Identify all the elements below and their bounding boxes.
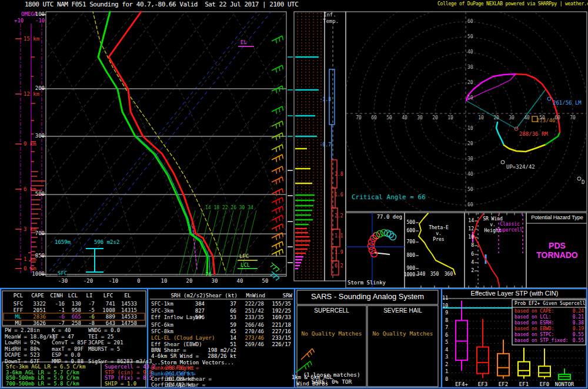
lfc-label: LFC bbox=[239, 254, 249, 259]
thermo-cell: 889 bbox=[91, 314, 115, 320]
theta-e-ytick: 500 bbox=[401, 220, 415, 225]
stp-ytick: 8 bbox=[440, 318, 448, 323]
sars-title: SARS - Sounding Analog System bbox=[297, 293, 438, 300]
stp-ytick: 6 bbox=[440, 333, 448, 338]
stp-prob-value: 0.38 bbox=[572, 321, 584, 326]
kinematic-srw: 192/25 bbox=[265, 308, 291, 314]
stp-ytick: 9 bbox=[440, 311, 448, 316]
hodo-tick: 10 bbox=[476, 116, 486, 120]
storm-slinky-label: Storm Slinky bbox=[348, 280, 386, 286]
inf-temp-value: 2.8 bbox=[335, 172, 343, 177]
kinematic-mnwind: 251/42 bbox=[238, 308, 264, 314]
corfidi-upshear-marker-label: UP=324/42 bbox=[506, 165, 535, 170]
kinematic-srw: 233/15 bbox=[265, 336, 291, 341]
index-readout: 3CAPE = 201 bbox=[88, 340, 123, 346]
kinematic-mnwind: 233/35 bbox=[238, 315, 264, 320]
inf-temp-value: 2.2 bbox=[335, 214, 343, 219]
stp-ytick: 5 bbox=[440, 340, 448, 345]
hodo-tick: 40 bbox=[522, 116, 532, 120]
kinematic-row-label: SFC-3km bbox=[151, 308, 173, 314]
index-readout: ESP = 0.0 bbox=[52, 353, 81, 358]
height-tick: 1 km bbox=[24, 257, 36, 262]
hodo-tick: 50 bbox=[467, 35, 473, 39]
sr-wind-ytick: 12 bbox=[465, 227, 474, 232]
wind-barb bbox=[272, 224, 283, 232]
stp-prob-value: 0.19 bbox=[572, 327, 584, 331]
wind-speed-strip bbox=[288, 13, 321, 280]
sr-wind-ytick: 14 bbox=[465, 219, 474, 223]
kinematic-mnwind: 270/46 bbox=[238, 329, 264, 334]
kinematic-row-label: LCL-EL (Cloud Layer) bbox=[151, 336, 215, 341]
theta-e-xtick: 350 bbox=[428, 272, 441, 277]
stp-prob-label: based on CAPE: bbox=[514, 309, 554, 314]
theta-e-ytick: 1000 bbox=[401, 273, 415, 277]
thermo-cell: 14533 bbox=[112, 301, 137, 307]
storm-motion-value: 261/56 kt bbox=[152, 371, 194, 377]
stp-prob-label: based on EBWD: bbox=[514, 327, 554, 331]
stp-ytick: 4 bbox=[440, 348, 448, 353]
stp-prob-label: based on STP_fixed: bbox=[514, 338, 569, 343]
composite-index-readout: STP (fix) = 8.5 bbox=[105, 375, 152, 381]
theta-e-ytick: 900 bbox=[401, 266, 415, 271]
critical-angle-readout: Critical Angle = 66 bbox=[352, 194, 426, 200]
index-readout: LowRH = 92% bbox=[5, 340, 40, 346]
hodo-tick: 40 bbox=[400, 116, 409, 120]
kinematic-srw: 221/18 bbox=[265, 323, 291, 328]
hodo-tick: 50 bbox=[537, 116, 547, 120]
temp-tick: -30 bbox=[55, 279, 71, 284]
kinematic-shear: 14 bbox=[219, 336, 236, 341]
wind-barb bbox=[272, 86, 283, 93]
kinematic-mnwind: 222/28 bbox=[238, 301, 264, 307]
stp-ytick: 0 bbox=[440, 377, 448, 382]
wind-barb bbox=[272, 249, 283, 257]
kinematic-srh: 384 bbox=[181, 301, 205, 307]
height-tick: 12 km bbox=[24, 92, 39, 97]
sr-wind-ytick: 6 bbox=[465, 252, 474, 257]
stp-ytick: 11 bbox=[440, 296, 448, 301]
thermo-cell: 1008 bbox=[91, 308, 115, 313]
wind-barb bbox=[272, 242, 283, 249]
theta-e-title-3: Pres bbox=[421, 237, 456, 242]
stp-legend-title: Prob EF2+ Given Supercell bbox=[514, 301, 585, 306]
composite-index-readout: SHIP = 1.0 bbox=[105, 381, 136, 387]
wind-barb bbox=[272, 145, 283, 152]
kinematic-srw: 169/33 bbox=[265, 315, 291, 320]
kinematic-row-label: Eff Shear (EBWD) bbox=[151, 342, 202, 347]
storm-motion-value: 301/89 kt bbox=[152, 377, 194, 382]
sr-wind-46km-value: 288/26 kt bbox=[194, 354, 236, 359]
hodo-tick: 70 bbox=[354, 116, 363, 120]
stp-prob-label: based on LCL: bbox=[514, 315, 552, 320]
wind-barb bbox=[270, 263, 279, 271]
hodo-tick: 60 bbox=[467, 19, 473, 24]
thermo-cell: 14315 bbox=[112, 308, 137, 313]
stp-prob-label: based on STPC: bbox=[514, 333, 554, 337]
thermo-cell: 14758 bbox=[112, 321, 137, 326]
sr-wind-title-1: SR Wind bbox=[477, 217, 508, 222]
downshear-marker-label: D bbox=[582, 180, 584, 185]
sars-supercell-matches: No Quality Matches bbox=[297, 331, 366, 337]
inf-temp-value: 1.6 bbox=[335, 193, 343, 197]
stp-prob-value: 0.55 bbox=[572, 338, 584, 343]
index-readout: MeanW = 18.8g/kg bbox=[5, 334, 56, 340]
stp-ytick: 7 bbox=[440, 326, 448, 330]
sr-wind-ytick: 8 bbox=[465, 243, 474, 248]
theta-e-xtick: 340 bbox=[415, 272, 427, 277]
theta-e-ytick: 800 bbox=[401, 253, 415, 258]
kinematic-shear: 53 bbox=[219, 315, 236, 320]
site-credit: College of DuPage NEXLAB powered via SHA… bbox=[437, 2, 588, 6]
kinematic-mnwind: 273/46 bbox=[238, 336, 264, 341]
index-readout: MidRH = 88% bbox=[5, 347, 40, 352]
index-readout: TEI = 25 bbox=[88, 334, 113, 340]
effective-inflow-srh: 596 m2s2 bbox=[94, 240, 119, 245]
kinematic-srh: 596 bbox=[181, 315, 205, 320]
composite-index-readout: Supercell = 43.2 bbox=[105, 364, 156, 370]
hodo-tick: 10 bbox=[467, 126, 473, 131]
storm-motion-value: 288/36 kt bbox=[152, 365, 194, 371]
sounding-title: 1800 UTC NAM F051 Sounding for 40.7,-80.… bbox=[25, 1, 298, 8]
inf-temp-value: 6.2 bbox=[335, 264, 343, 269]
index-readout: PW = 2.28in bbox=[5, 328, 40, 333]
hodo-tick: 20 bbox=[467, 142, 473, 146]
hodo-tick: 70 bbox=[568, 116, 577, 120]
sounding-profiles bbox=[93, 12, 225, 274]
temp-tick: -20 bbox=[81, 279, 96, 284]
